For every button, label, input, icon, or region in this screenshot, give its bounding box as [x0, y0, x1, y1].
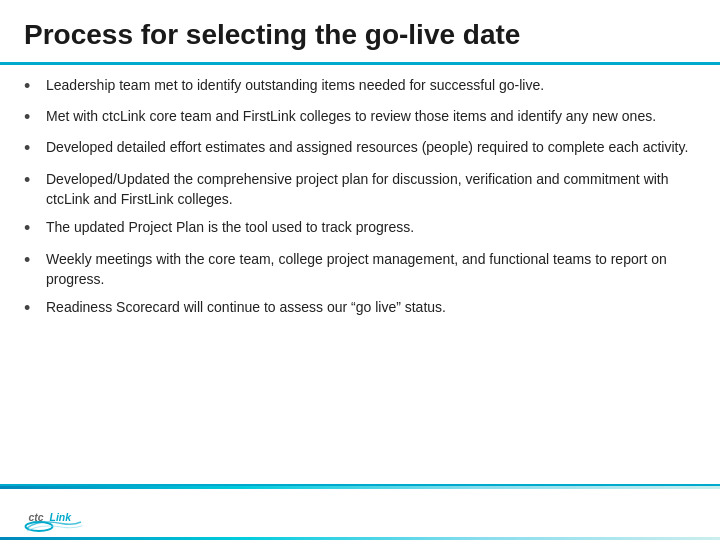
footer-bar-top	[0, 486, 720, 489]
bullet-dot-icon: •	[24, 249, 42, 272]
bullet-dot-icon: •	[24, 169, 42, 192]
bullet-text: Developed/Updated the comprehensive proj…	[46, 169, 696, 210]
slide: Process for selecting the go-live date •…	[0, 0, 720, 540]
bullet-text: Readiness Scorecard will continue to ass…	[46, 297, 696, 317]
slide-title: Process for selecting the go-live date	[24, 18, 696, 52]
list-item: •Readiness Scorecard will continue to as…	[24, 297, 696, 320]
bullet-dot-icon: •	[24, 75, 42, 98]
bullet-text: Developed detailed effort estimates and …	[46, 137, 696, 157]
list-item: •Developed detailed effort estimates and…	[24, 137, 696, 160]
svg-text:Link: Link	[50, 511, 73, 523]
list-item: •Leadership team met to identify outstan…	[24, 75, 696, 98]
bullet-text: Weekly meetings with the core team, coll…	[46, 249, 696, 290]
slide-header: Process for selecting the go-live date	[0, 0, 720, 65]
logo-icon: ctc Link	[24, 504, 84, 534]
list-item: •Weekly meetings with the core team, col…	[24, 249, 696, 290]
list-item: •Developed/Updated the comprehensive pro…	[24, 169, 696, 210]
list-item: •Met with ctcLink core team and FirstLin…	[24, 106, 696, 129]
bullet-dot-icon: •	[24, 137, 42, 160]
slide-footer: ctc Link	[0, 484, 720, 540]
bullet-dot-icon: •	[24, 297, 42, 320]
logo-area: ctc Link	[24, 504, 84, 534]
bullet-dot-icon: •	[24, 217, 42, 240]
svg-text:ctc: ctc	[29, 511, 44, 523]
bullet-text: The updated Project Plan is the tool use…	[46, 217, 696, 237]
bullet-text: Leadership team met to identify outstand…	[46, 75, 696, 95]
list-item: •The updated Project Plan is the tool us…	[24, 217, 696, 240]
bullet-list: •Leadership team met to identify outstan…	[24, 75, 696, 329]
bullet-text: Met with ctcLink core team and FirstLink…	[46, 106, 696, 126]
bullet-dot-icon: •	[24, 106, 42, 129]
slide-content: •Leadership team met to identify outstan…	[0, 65, 720, 484]
